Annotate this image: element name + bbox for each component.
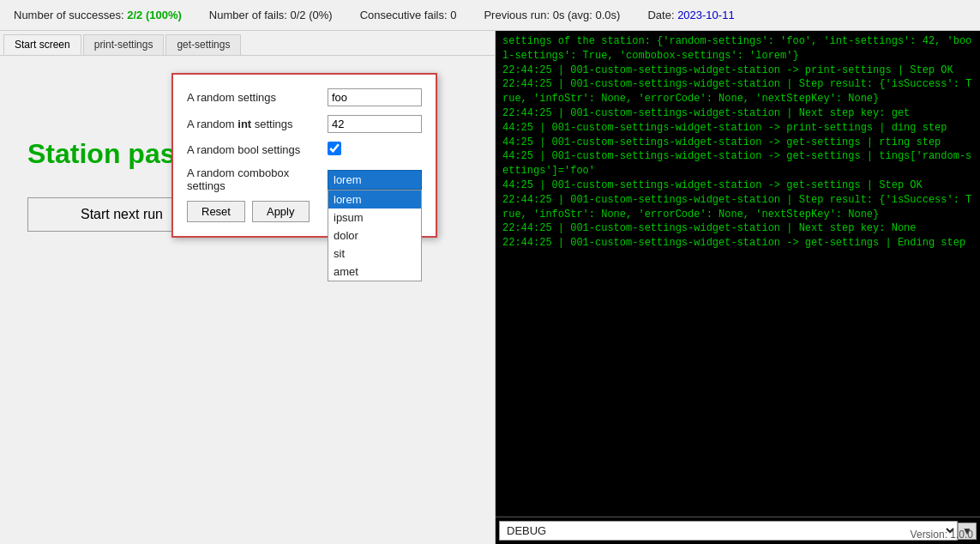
settings-row-combobox: A random combobox settings lorem lorem i… bbox=[187, 166, 422, 192]
tab-get-settings[interactable]: get-settings bbox=[165, 34, 241, 55]
combobox-option-ipsum[interactable]: ipsum bbox=[328, 209, 421, 227]
left-panel: Start screen print-settings get-settings… bbox=[0, 31, 496, 544]
tab-print-settings[interactable]: print-settings bbox=[83, 34, 165, 55]
right-panel: settings of the station: {'random-settin… bbox=[496, 31, 980, 544]
random-settings-value bbox=[328, 88, 422, 106]
combobox-dropdown: lorem ipsum dolor sit amet bbox=[328, 190, 422, 281]
version-label: Version: 1.0.0 bbox=[911, 529, 973, 541]
combobox-option-lorem[interactable]: lorem bbox=[328, 190, 421, 209]
combobox-container[interactable]: lorem lorem ipsum dolor sit amet bbox=[328, 170, 422, 190]
tab-content: Station passed Start next run A random s… bbox=[0, 56, 495, 544]
log-line: 44:25 | 001-custom-settings-widget-stati… bbox=[502, 149, 973, 178]
bool-settings-checkbox[interactable] bbox=[328, 142, 341, 155]
combobox-settings-label: A random combobox settings bbox=[187, 166, 328, 192]
int-settings-value bbox=[328, 115, 422, 133]
apply-button[interactable]: Apply bbox=[252, 201, 310, 222]
combobox-option-amet[interactable]: amet bbox=[328, 263, 421, 281]
log-line: 22:44:25 | 001-custom-settings-widget-st… bbox=[502, 193, 973, 222]
reset-button[interactable]: Reset bbox=[187, 201, 245, 222]
bool-settings-value bbox=[328, 142, 422, 158]
random-settings-input[interactable] bbox=[328, 88, 422, 106]
tabs: Start screen print-settings get-settings bbox=[0, 31, 495, 56]
successes-status: Number of successes: 2/2 (100%) bbox=[14, 9, 182, 21]
log-area[interactable]: settings of the station: {'random-settin… bbox=[496, 31, 980, 517]
fails-status: Number of fails: 0/2 (0%) bbox=[209, 9, 333, 21]
date-status: Date: 2023-10-11 bbox=[647, 9, 734, 21]
log-line: 44:25 | 001-custom-settings-widget-stati… bbox=[502, 121, 973, 136]
debug-level-select[interactable]: DEBUG INFO WARNING ERROR bbox=[499, 521, 958, 541]
int-settings-input[interactable] bbox=[328, 115, 422, 133]
settings-row-int: A random int settings bbox=[187, 115, 422, 133]
tab-start-screen[interactable]: Start screen bbox=[3, 34, 81, 55]
settings-row-random: A random settings bbox=[187, 88, 422, 106]
log-line: 22:44:25 | 001-custom-settings-widget-st… bbox=[502, 63, 973, 78]
consecutive-fails-status: Consecutive fails: 0 bbox=[360, 9, 457, 21]
log-line: settings of the station: {'random-settin… bbox=[502, 34, 973, 63]
settings-popup: A random settings A random int settings bbox=[171, 73, 437, 238]
log-line: 44:25 | 001-custom-settings-widget-stati… bbox=[502, 136, 973, 150]
log-line: 22:44:25 | 001-custom-settings-widget-st… bbox=[502, 106, 973, 121]
log-line: 44:25 | 001-custom-settings-widget-stati… bbox=[502, 178, 973, 193]
combobox-selected[interactable]: lorem bbox=[328, 170, 422, 190]
main-layout: Start screen print-settings get-settings… bbox=[0, 31, 980, 544]
bool-settings-label: A random bool settings bbox=[187, 143, 328, 156]
status-bar: Number of successes: 2/2 (100%) Number o… bbox=[0, 0, 980, 31]
log-line: 22:44:25 | 001-custom-settings-widget-st… bbox=[502, 77, 973, 106]
settings-row-bool: A random bool settings bbox=[187, 142, 422, 158]
log-line: 22:44:25 | 001-custom-settings-widget-st… bbox=[502, 221, 973, 236]
random-settings-label: A random settings bbox=[187, 91, 328, 104]
int-settings-label: A random int settings bbox=[187, 118, 328, 130]
combobox-option-sit[interactable]: sit bbox=[328, 245, 421, 263]
combobox-option-dolor[interactable]: dolor bbox=[328, 227, 421, 245]
prev-run-status: Previous run: 0s (avg: 0.0s) bbox=[484, 9, 620, 21]
log-line: 22:44:25 | 001-custom-settings-widget-st… bbox=[502, 236, 973, 251]
debug-bar: DEBUG INFO WARNING ERROR ▼ bbox=[496, 517, 980, 544]
